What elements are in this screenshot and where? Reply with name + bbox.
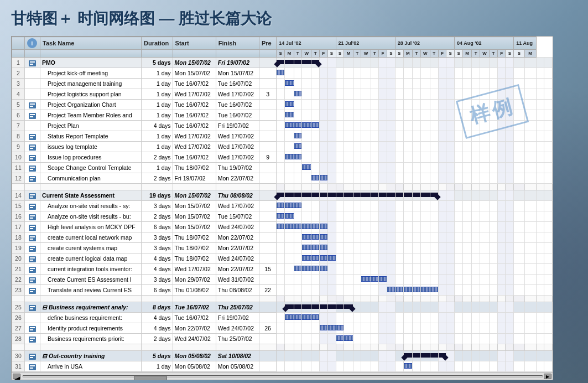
scroll-thumb[interactable] xyxy=(134,376,167,381)
gantt-day-cell xyxy=(455,163,463,173)
gantt-day-cell xyxy=(480,201,489,211)
gantt-day-cell xyxy=(327,163,336,173)
col-num xyxy=(12,37,25,50)
gantt-day-cell xyxy=(403,243,412,253)
gantt-day-cell xyxy=(395,110,403,121)
date-header-1: 14 Jul '02 xyxy=(277,37,336,50)
task-bar xyxy=(344,193,352,197)
gantt-day-cell xyxy=(430,232,438,243)
gantt-day-cell xyxy=(430,243,438,253)
gantt-day-cell xyxy=(327,201,336,211)
page-title: 甘特图＋ 时间网络图 — 胜过长篇大论 xyxy=(11,8,577,29)
gantt-day-cell xyxy=(387,313,395,323)
gantt-day-cell xyxy=(514,285,524,296)
gantt-day-cell xyxy=(524,243,536,253)
gantt-day-cell xyxy=(311,222,320,232)
row-number: 27 xyxy=(12,323,25,334)
task-finish: Wed 24/07/02 xyxy=(216,323,259,334)
row-number: 30 xyxy=(12,351,25,361)
row-icon-cell xyxy=(24,121,40,131)
gantt-day-cell xyxy=(420,110,430,121)
gantt-day-cell xyxy=(438,152,446,163)
row-icon-cell xyxy=(24,201,40,211)
task-bar xyxy=(311,255,319,261)
table-row: 26define business requirement:4 daysTue … xyxy=(12,313,553,323)
gantt-day-cell xyxy=(524,79,536,89)
gantt-day-cell xyxy=(403,323,412,334)
gantt-day-cell xyxy=(455,152,463,163)
gantt-day-cell xyxy=(446,121,455,131)
gantt-day-cell xyxy=(285,243,294,253)
gantt-day-cell xyxy=(446,285,455,296)
row-number: 1 xyxy=(12,58,25,68)
gantt-day-cell xyxy=(524,190,536,201)
task-pred xyxy=(259,313,276,323)
table-row: 30⊟ Out-country training5 daysMon 05/08/… xyxy=(12,351,553,361)
day-f4: F xyxy=(497,50,506,58)
day-s6: S xyxy=(446,50,455,58)
gantt-day-cell xyxy=(480,253,489,264)
gantt-day-cell xyxy=(455,79,463,89)
gantt-day-cell xyxy=(536,361,544,372)
gantt-day-cell xyxy=(353,232,361,243)
gantt-day-cell xyxy=(472,110,480,121)
gantt-day-cell xyxy=(430,110,438,121)
gantt-day-cell xyxy=(327,173,336,184)
day-s2: S xyxy=(327,50,336,58)
col-num-sub xyxy=(12,50,25,58)
day-m1: M xyxy=(285,50,294,58)
gantt-day-cell xyxy=(311,302,320,313)
gantt-day-cell xyxy=(294,68,302,79)
day-t6: T xyxy=(430,50,438,58)
gantt-day-cell xyxy=(311,163,320,173)
gantt-day-cell xyxy=(285,313,294,323)
gantt-day-cell xyxy=(387,351,395,361)
gantt-day-cell xyxy=(544,361,553,372)
task-finish: Tue 16/07/02 xyxy=(216,79,259,89)
task-bar xyxy=(302,164,311,170)
task-pred: 22 xyxy=(259,285,276,296)
gantt-day-cell xyxy=(490,264,498,275)
task-pred xyxy=(259,79,276,89)
day-m3: M xyxy=(403,50,412,58)
gantt-day-cell xyxy=(285,222,294,232)
task-bar xyxy=(277,213,284,219)
gantt-day-cell xyxy=(524,152,536,163)
gantt-day-cell xyxy=(446,243,455,253)
gantt-day-cell xyxy=(353,222,361,232)
gantt-day-cell xyxy=(395,211,403,222)
gantt-day-cell xyxy=(524,264,536,275)
task-pred xyxy=(259,163,276,173)
task-pred xyxy=(259,131,276,142)
gantt-day-cell xyxy=(544,243,553,253)
gantt-day-cell xyxy=(371,302,379,313)
task-duration: 4 days xyxy=(142,313,173,323)
gantt-day-cell xyxy=(455,173,463,184)
gantt-day-cell xyxy=(371,173,379,184)
gantt-day-cell xyxy=(336,334,344,344)
task-bar xyxy=(387,287,395,292)
task-finish: Mon 22/07/02 xyxy=(216,243,259,253)
gantt-day-cell xyxy=(455,100,463,110)
gantt-day-cell xyxy=(379,361,387,372)
gantt-day-cell xyxy=(438,285,446,296)
scroll-right-btn[interactable]: ▶ xyxy=(544,374,551,379)
gantt-day-cell xyxy=(536,58,544,68)
table-row: 4Project logistics support plan1 dayWed … xyxy=(12,89,553,100)
gantt-day-cell xyxy=(420,173,430,184)
task-bar xyxy=(294,143,302,149)
gantt-day-cell xyxy=(446,264,455,275)
gantt-day-cell xyxy=(544,79,553,89)
gantt-day-cell xyxy=(455,334,463,344)
horizontal-scrollbar[interactable]: ◀ ▶ xyxy=(12,372,553,380)
gantt-day-cell xyxy=(387,89,395,100)
gantt-day-cell xyxy=(420,323,430,334)
gantt-day-cell xyxy=(302,313,311,323)
gantt-day-cell xyxy=(353,243,361,253)
gantt-day-cell xyxy=(294,351,302,361)
table-row: 15Analyze on-site visit results - sy:3 d… xyxy=(12,201,553,211)
scroll-left-btn[interactable]: ◀ xyxy=(13,374,20,379)
gantt-day-cell xyxy=(302,142,311,152)
task-name: Project Team Member Roles and xyxy=(40,110,142,121)
table-row: 5Project Organization Chart1 dayTue 16/0… xyxy=(12,100,553,110)
